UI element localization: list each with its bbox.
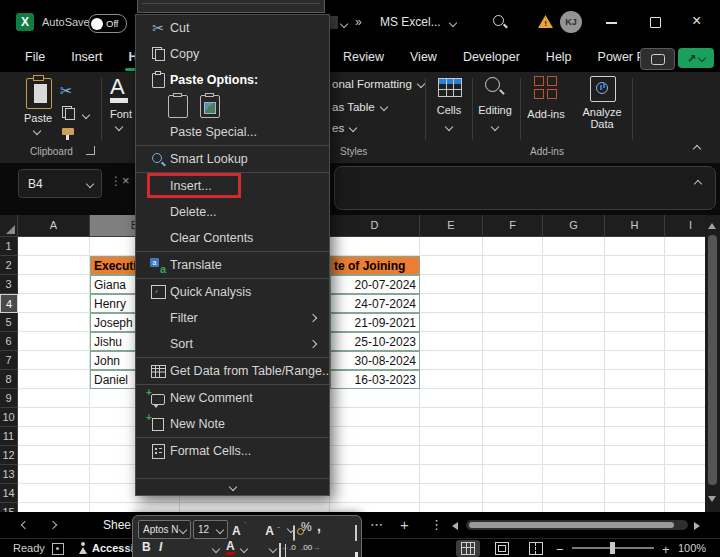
menu-item-paste-special[interactable]: Paste Special... xyxy=(136,119,329,145)
qat-chevron-icon[interactable] xyxy=(340,20,348,28)
cell-H12[interactable] xyxy=(605,446,665,465)
cell-G9[interactable] xyxy=(543,389,605,408)
name-box[interactable]: B4 xyxy=(18,169,102,198)
menu-item-delete[interactable]: Delete... xyxy=(136,199,329,225)
cell-F3[interactable] xyxy=(483,275,543,294)
percent-style-button[interactable]: % xyxy=(301,520,312,534)
cell-D3[interactable]: 20-07-2024 xyxy=(330,275,420,294)
macro-record-icon[interactable] xyxy=(52,543,64,555)
column-header-A[interactable]: A xyxy=(18,215,90,237)
row-header-10[interactable]: 10 xyxy=(0,408,18,427)
page-layout-view-button[interactable] xyxy=(490,540,514,557)
decrease-decimal-button[interactable]: .00→ xyxy=(301,543,320,552)
column-header-F[interactable]: F xyxy=(483,215,543,237)
row-header-5[interactable]: 5 xyxy=(0,313,18,332)
menu-item-cut[interactable]: Cut xyxy=(136,15,329,41)
border-chevron-icon[interactable] xyxy=(269,545,277,553)
cell-G10[interactable] xyxy=(543,408,605,427)
cell-E15[interactable] xyxy=(420,503,483,512)
cell-A15[interactable] xyxy=(18,503,90,512)
cell-A14[interactable] xyxy=(18,484,90,503)
cell-E4[interactable] xyxy=(420,294,483,313)
cell-E6[interactable] xyxy=(420,332,483,351)
cell-E10[interactable] xyxy=(420,408,483,427)
format-as-table-button[interactable]: as Table xyxy=(332,101,387,113)
cut-icon[interactable] xyxy=(60,82,73,100)
row-header-4[interactable]: 4 xyxy=(0,294,18,313)
qat-overflow-button[interactable]: » xyxy=(355,15,363,29)
row-header-3[interactable]: 3 xyxy=(0,275,18,294)
editing-chevron-icon[interactable] xyxy=(491,123,499,131)
maximize-button[interactable] xyxy=(650,17,661,28)
menu-item-paste-options[interactable]: Paste Options: xyxy=(136,67,329,93)
cell-F14[interactable] xyxy=(483,484,543,503)
select-all-corner[interactable] xyxy=(0,215,18,237)
font-size-select[interactable]: 12 xyxy=(193,520,228,539)
hscroll-left-icon[interactable] xyxy=(452,522,458,530)
cell-I8[interactable] xyxy=(665,370,705,389)
increase-decimal-button[interactable]: ←←.0.0 xyxy=(281,543,296,552)
cell-A13[interactable] xyxy=(18,465,90,484)
cell-H15[interactable] xyxy=(605,503,665,512)
clipboard-dialog-launcher-icon[interactable] xyxy=(86,146,95,155)
cell-I11[interactable] xyxy=(665,427,705,446)
cell-F12[interactable] xyxy=(483,446,543,465)
comments-button[interactable] xyxy=(640,48,675,70)
normal-view-button[interactable] xyxy=(456,540,480,557)
cell-G2[interactable] xyxy=(543,256,605,275)
cell-G6[interactable] xyxy=(543,332,605,351)
conditional-formatting-button[interactable]: onal Formatting xyxy=(332,78,424,90)
excel-logo-icon[interactable]: X xyxy=(16,13,34,31)
cell-G11[interactable] xyxy=(543,427,605,446)
collapse-ribbon-icon[interactable] xyxy=(693,145,701,153)
cell-G8[interactable] xyxy=(543,370,605,389)
tab-review[interactable]: Review xyxy=(330,44,397,72)
cell-F4[interactable] xyxy=(483,294,543,313)
cell-D14[interactable] xyxy=(330,484,420,503)
cell-H14[interactable] xyxy=(605,484,665,503)
cell-H9[interactable] xyxy=(605,389,665,408)
cell-D15[interactable] xyxy=(330,503,420,512)
formula-bar-input[interactable] xyxy=(334,166,716,210)
copy-chevron-icon[interactable] xyxy=(82,111,90,119)
new-sheet-button[interactable]: + xyxy=(400,516,409,533)
cell-H6[interactable] xyxy=(605,332,665,351)
page-break-view-button[interactable] xyxy=(524,540,548,557)
search-icon[interactable] xyxy=(492,14,508,30)
cell-A6[interactable] xyxy=(18,332,90,351)
tab-help[interactable]: Help xyxy=(533,44,585,72)
cell-D1[interactable] xyxy=(330,237,420,256)
cell-A10[interactable] xyxy=(18,408,90,427)
column-header-G[interactable]: G xyxy=(543,215,605,237)
cell-I15[interactable] xyxy=(665,503,705,512)
cell-I5[interactable] xyxy=(665,313,705,332)
cell-I9[interactable] xyxy=(665,389,705,408)
cell-I1[interactable] xyxy=(665,237,705,256)
bold-button[interactable]: B xyxy=(142,540,151,554)
row-header-2[interactable]: 2 xyxy=(0,256,18,275)
cell-G1[interactable] xyxy=(543,237,605,256)
cell-G12[interactable] xyxy=(543,446,605,465)
cell-H11[interactable] xyxy=(605,427,665,446)
qat-partial-icon[interactable] xyxy=(329,16,338,29)
tab-insert[interactable]: Insert xyxy=(58,44,115,72)
cell-H2[interactable] xyxy=(605,256,665,275)
paste-special-image-icon[interactable] xyxy=(200,95,220,118)
vertical-scrollbar[interactable] xyxy=(705,215,720,512)
tab-developer[interactable]: Developer xyxy=(450,44,533,72)
add-ins-icon[interactable] xyxy=(534,76,558,100)
menu-item-new-comment[interactable]: New Comment xyxy=(136,384,329,411)
column-header-I[interactable]: I xyxy=(665,215,705,237)
zoom-level[interactable]: 100% xyxy=(678,542,706,554)
row-header-15[interactable]: 15 xyxy=(0,503,18,512)
cell-I4[interactable] xyxy=(665,294,705,313)
cell-E13[interactable] xyxy=(420,465,483,484)
cell-D4[interactable]: 24-07-2024 xyxy=(330,294,420,313)
menu-item-translate[interactable]: Translate xyxy=(136,251,329,278)
cell-F7[interactable] xyxy=(483,351,543,370)
menu-item-new-note[interactable]: New Note xyxy=(136,411,329,437)
cell-H1[interactable] xyxy=(605,237,665,256)
vertical-scroll-thumb[interactable] xyxy=(708,235,717,485)
cell-H5[interactable] xyxy=(605,313,665,332)
zoom-slider-handle[interactable] xyxy=(610,542,615,554)
